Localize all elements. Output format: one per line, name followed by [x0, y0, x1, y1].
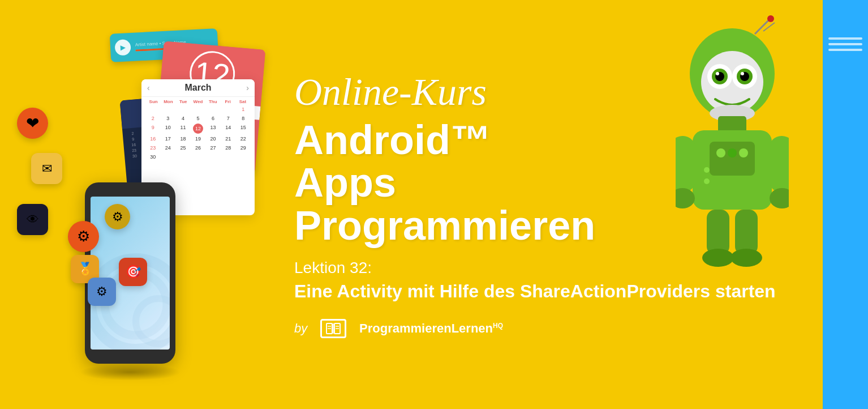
- brand-name: ProgrammierenLernenHQ: [359, 321, 503, 336]
- cal-days-header: SunMonTueWedThuFriSat: [146, 99, 250, 104]
- svg-point-36: [702, 249, 734, 267]
- svg-rect-34: [707, 210, 729, 255]
- settings-icon: ⚙: [88, 278, 116, 306]
- illustration-area: ▶ Artist name • Song Name Sun Mon 234567…: [0, 0, 272, 409]
- branding-area: by { }: [294, 319, 789, 338]
- cal-front-header: ‹ March ›: [141, 79, 255, 97]
- svg-point-29: [739, 148, 748, 157]
- sidebar-line-2: [828, 43, 862, 45]
- book-svg: [325, 322, 341, 335]
- sidebar-line-1: [828, 37, 862, 40]
- sidebar-decorative-lines: [823, 34, 868, 54]
- svg-point-28: [728, 148, 737, 157]
- cal-next-icon[interactable]: ›: [246, 83, 249, 92]
- brand-logo: { }: [312, 319, 355, 338]
- gear-icon-2: ⚙: [105, 204, 130, 229]
- eye-icon: 👁: [17, 204, 48, 235]
- heart-icon: ❤: [17, 108, 48, 139]
- svg-point-39: [704, 167, 710, 173]
- cal-prev-icon[interactable]: ‹: [147, 83, 150, 92]
- main-content: ▶ Artist name • Song Name Sun Mon 234567…: [0, 0, 823, 409]
- svg-point-18: [716, 72, 719, 75]
- phone-shadow: [79, 364, 181, 381]
- svg-point-22: [767, 15, 774, 22]
- gear-icon-1: ⚙: [68, 221, 99, 252]
- svg-point-37: [731, 249, 762, 267]
- robot-illustration: [676, 11, 777, 295]
- svg-rect-30: [676, 136, 695, 193]
- by-text: by: [294, 321, 307, 336]
- svg-rect-26: [710, 142, 755, 176]
- cal-month-label: March: [184, 83, 211, 93]
- brace-right-icon: }: [349, 319, 355, 338]
- svg-point-38: [704, 178, 710, 184]
- svg-point-27: [716, 148, 725, 157]
- brace-left-icon: {: [312, 319, 318, 338]
- book-icon: [320, 319, 346, 338]
- sidebar-line-3: [828, 49, 862, 51]
- cal-days-grid: 1 2 3 4 5 6 7 8 9 10 11 12 13 14: [146, 105, 250, 161]
- mail-icon: ✉: [31, 153, 62, 184]
- svg-point-19: [741, 72, 744, 75]
- play-button[interactable]: ▶: [114, 39, 131, 56]
- svg-point-32: [676, 188, 695, 208]
- target-icon: 🎯: [119, 258, 147, 286]
- robot-svg: [676, 11, 789, 295]
- right-sidebar: [823, 0, 868, 409]
- svg-rect-31: [769, 136, 789, 193]
- music-progress-fill: [135, 48, 166, 52]
- svg-point-33: [770, 188, 789, 208]
- svg-rect-35: [735, 210, 758, 255]
- svg-line-21: [755, 20, 769, 34]
- cal-grid: SunMonTueWedThuFriSat 1 2 3 4 5: [141, 97, 255, 163]
